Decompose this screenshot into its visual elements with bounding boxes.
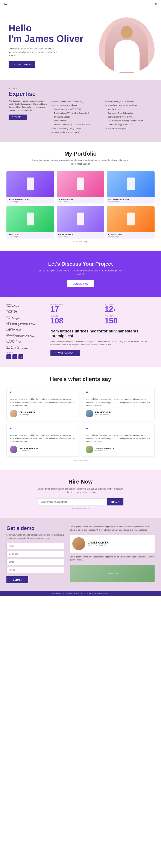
about-field-email: EMAIL DESIGNER@EXAMPLE.COM <box>6 321 45 326</box>
hero-section: Hello I'm James Oliver Ui designer, phot… <box>0 9 161 80</box>
hamburger-menu[interactable]: ≡ <box>154 2 157 7</box>
about-body: Lorem and velit consequat in ullamcorper… <box>51 340 155 347</box>
demo-profile-text: Lorem ipsum dolor sit amet, consectetur … <box>70 555 155 562</box>
list-item[interactable]: MEDITATION APP UI/UX Design <box>57 206 104 239</box>
field-label: NAME <box>6 303 45 305</box>
client-name: JENNIE ROBERTS <box>95 447 114 450</box>
skill-item: Business Development <box>105 127 155 130</box>
avatar <box>86 446 93 453</box>
skills-section: MY SKILLS Expertise Two decades of hands… <box>0 80 161 142</box>
skill-item: Search Marketing: SEO & PPC <box>52 107 101 111</box>
contact-me-button[interactable]: CONTACT ME <box>67 280 94 287</box>
field-label: PHONE <box>6 327 45 329</box>
portfolio-heading: My Portfolio <box>6 150 155 157</box>
portfolio-item-title: WORKOUT APP <box>58 198 103 201</box>
footer-text: Sample text. Click to select the text bo… <box>52 592 109 594</box>
field-value: James Oliver <box>6 305 45 308</box>
about-section: NAME James Oliver BIRTHDAY 26.05.1989 RO… <box>0 297 161 367</box>
about-heading: Nam ultrices ultrices nec tortor pulvina… <box>51 329 155 338</box>
stat-value: 150 <box>105 317 155 325</box>
quote-icon: " <box>10 428 75 432</box>
clients-heading: Here's what clients say <box>6 376 155 382</box>
quote-icon: " <box>86 428 151 432</box>
email-field[interactable] <box>6 559 64 565</box>
list-item[interactable]: MUSIC APP UI/UX Design <box>6 206 54 239</box>
facebook-icon[interactable]: f <box>6 354 11 359</box>
field-value: WWW.SOMEWEBSITE.COM <box>6 335 45 338</box>
skill-item: Influencer Marketing: Podcast & YouTube <box>52 123 101 127</box>
demo-profile: JAMES OLIVER APP DEVELOPER <box>70 535 155 553</box>
about-info: NAME James Oliver BIRTHDAY 26.05.1989 RO… <box>6 303 45 361</box>
hero-image <box>99 18 155 73</box>
client-info: FRANK KINNEY Financial Director <box>86 410 151 417</box>
demo-description: Lorem ipsum dolor sit amet, consectetur … <box>6 533 64 539</box>
skill-item: Email Sharing <box>52 119 101 123</box>
skills-description: Two decades of hands-on experience and h… <box>8 99 47 112</box>
stat-value: 108 <box>51 317 100 325</box>
client-card: " Proin sed libero enim sed faucibus tur… <box>6 424 79 457</box>
client-card: " Proin sed libero enim sed faucibus tur… <box>82 388 155 421</box>
portfolio-subtitle: Lorem ipsum dolor sit amet, consectetur … <box>32 159 129 166</box>
skill-item: Streaming & Radio <box>52 115 101 119</box>
client-name: FRANK KINNEY <box>95 411 111 414</box>
name-field[interactable] <box>6 543 64 549</box>
demo-info-area: Lorem ipsum dolor sit amet, consectetur … <box>70 525 155 583</box>
skill-item: Email Marketing, Design & Dev <box>52 127 101 130</box>
skill-item: Website Design & Development <box>105 99 155 103</box>
list-item[interactable]: YOGA PRACTICE APP UI/UX Design <box>107 171 155 204</box>
about-text-block: Nam ultrices ultrices nec tortor pulvina… <box>51 329 155 347</box>
list-item[interactable]: WORKOUT APP UI/UX Design <box>57 171 104 204</box>
hire-heading: Hire Now <box>6 478 155 485</box>
hire-form: SUBMIT <box>38 498 123 505</box>
client-info: CELIA ALMEDA HR Manager <box>10 410 75 417</box>
email-field[interactable] <box>38 498 107 505</box>
client-card: " Proin sed libero enim sed faucibus tur… <box>6 388 79 421</box>
linkedin-icon[interactable]: in <box>19 354 23 359</box>
demo-role: APP DEVELOPER <box>88 544 108 546</box>
portfolio-item-sub: UI/UX Design <box>108 236 153 238</box>
download-cv-button-2[interactable]: DOWNLOAD CV ↓ <box>51 350 80 356</box>
form-field-phone <box>6 567 64 573</box>
demo-name: JAMES OLIVER <box>88 541 108 544</box>
download-cv-button[interactable]: DOWNLOAD CV <box>8 61 35 68</box>
skill-item: Media Planning & Buying (up to $100MM) <box>105 119 155 123</box>
twitter-icon[interactable]: t <box>12 354 17 359</box>
submit-button[interactable]: SUBMIT <box>107 498 123 505</box>
skill-item: Conversion Rate Optimization <box>105 111 155 115</box>
about-field-location: LOCATION New York, USA <box>6 339 45 344</box>
field-value: +515 487 054 521 <box>6 329 45 332</box>
quote-icon: " <box>10 391 75 396</box>
header: logo ≡ <box>0 0 161 9</box>
skills-list-col1: Brand Development & Advertising Direct R… <box>52 99 101 134</box>
field-label: SOCIAL <box>6 351 45 353</box>
about-field-phone: PHONE +515 487 054 521 <box>6 327 45 332</box>
phone-field[interactable] <box>6 567 64 573</box>
demo-form-area: Get a demo Lorem ipsum dolor sit amet, c… <box>6 525 64 583</box>
skills-grid: Two decades of hands-on experience and h… <box>8 99 155 134</box>
list-item[interactable]: CROWDFUNDING APP UI/UX Design <box>6 171 54 204</box>
portfolio-section: My Portfolio Lorem ipsum dolor sit amet,… <box>0 142 161 251</box>
field-value: Games, Books, Movies <box>6 347 45 350</box>
list-item[interactable]: BOOKING APP UI/UX Design <box>107 206 155 239</box>
portfolio-item-title: CROWDFUNDING APP <box>8 198 53 201</box>
resume-button[interactable]: RESUME ↓ <box>8 115 27 120</box>
client-review: Proin sed libero enim sed faucibus turpi… <box>10 398 75 407</box>
stat-years: AP YEARS 12+ <box>105 303 155 313</box>
resume-icon: ↓ <box>22 116 23 118</box>
about-field-role: ROLE Lead Designer <box>6 315 45 319</box>
social-icons: f t in <box>6 354 45 359</box>
client-info: JENNIE ROBERTS Office Manager <box>86 446 151 453</box>
portfolio-item-sub: UI/UX Design <box>8 236 53 238</box>
client-review: Proin sed libero enim sed faucibus turpi… <box>10 434 75 443</box>
company-field[interactable] <box>6 551 64 557</box>
field-value: New York, USA <box>6 341 45 344</box>
submit-demo-button[interactable]: SUBMIT <box>6 577 28 583</box>
portfolio-item-title: MUSIC APP <box>8 234 53 236</box>
client-review: Proin sed libero enim sed faucibus turpi… <box>86 398 151 407</box>
skill-item: Copywriting (All Web, & Print) <box>105 115 155 119</box>
hero-heading: Hello I'm James Oliver <box>8 23 99 44</box>
demo-section: Get a demo Lorem ipsum dolor sit amet, c… <box>0 518 161 591</box>
skills-heading: Expertise <box>8 91 155 97</box>
client-card: " Proin sed libero enim sed faucibus tur… <box>82 424 155 457</box>
field-label: INTERESTS <box>6 345 45 347</box>
